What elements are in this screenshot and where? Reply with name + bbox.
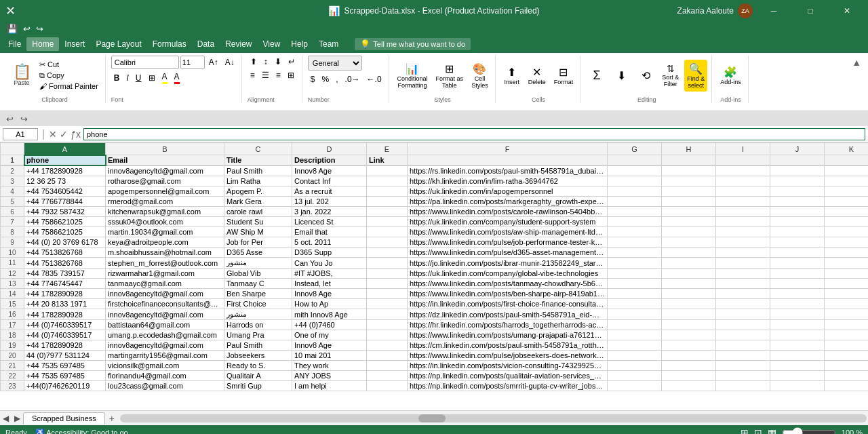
cell-d14[interactable]: Innov8 Age: [292, 289, 367, 299]
row-num-15[interactable]: 15: [1, 299, 24, 309]
row-num-12[interactable]: 12: [1, 269, 24, 279]
cell-k14[interactable]: [825, 289, 869, 299]
cell-a16[interactable]: +44 1782890928: [24, 309, 106, 320]
cell-d5[interactable]: 13 jul. 202: [292, 197, 367, 207]
cell-i6[interactable]: [716, 207, 770, 217]
user-profile[interactable]: Zakaria Aaloute ZA: [677, 3, 753, 18]
scroll-left-button[interactable]: ◀: [0, 414, 12, 423]
cell-d1[interactable]: Description: [292, 155, 367, 166]
decrease-decimal-button[interactable]: ←.0: [364, 73, 384, 85]
bold-button[interactable]: B: [111, 72, 123, 84]
cell-j23[interactable]: [770, 381, 825, 391]
cell-h14[interactable]: [662, 289, 716, 299]
cell-j22[interactable]: [770, 371, 825, 381]
cell-c15[interactable]: First Choice: [224, 299, 292, 309]
redo-toolbar-button[interactable]: ↪: [18, 114, 30, 124]
cell-j9[interactable]: [770, 237, 825, 248]
cell-g10[interactable]: [608, 248, 662, 258]
cell-g13[interactable]: [608, 279, 662, 289]
align-top-button[interactable]: ⬆: [248, 56, 260, 68]
cell-b14[interactable]: innov8agencyltd@gmail.com: [106, 289, 224, 299]
cell-h21[interactable]: [662, 361, 716, 371]
cell-b12[interactable]: rizwarmahar1@gmail.com: [106, 269, 224, 279]
cell-h22[interactable]: [662, 371, 716, 381]
cell-c17[interactable]: Harrods on: [224, 320, 292, 330]
cell-b9[interactable]: keya@adroitpeople.com: [106, 237, 224, 248]
cell-f4[interactable]: https://uk.linkedin.com/in/apogempersonn…: [408, 186, 608, 197]
cell-g3[interactable]: [608, 176, 662, 186]
format-cells-button[interactable]: ⊟ Format: [551, 64, 576, 87]
cell-i13[interactable]: [716, 279, 770, 289]
menu-help[interactable]: Help: [285, 37, 313, 51]
sum-button[interactable]: Σ: [586, 67, 608, 84]
zoom-slider[interactable]: [782, 427, 836, 434]
cell-c21[interactable]: Ready to S.: [224, 361, 292, 371]
cell-k5[interactable]: [825, 197, 869, 207]
cell-e10[interactable]: [367, 248, 408, 258]
insert-cells-button[interactable]: ⬆ Insert: [501, 64, 523, 87]
cell-c2[interactable]: Paul Smith: [224, 165, 292, 176]
cell-a18[interactable]: +44 (0)7460339517: [24, 330, 106, 340]
cell-i23[interactable]: [716, 381, 770, 391]
cell-b7[interactable]: sssuk04@outlook.com: [106, 217, 224, 227]
cell-e18[interactable]: [367, 330, 408, 340]
cell-c23[interactable]: Smriti Gup: [224, 381, 292, 391]
cell-b19[interactable]: innov8agencyltd@gmail.com: [106, 340, 224, 351]
cell-c4[interactable]: Apogem P.: [224, 186, 292, 197]
cell-g7[interactable]: [608, 217, 662, 227]
cell-g8[interactable]: [608, 227, 662, 237]
col-header-a[interactable]: A: [24, 143, 106, 155]
increase-decimal-button[interactable]: .0→: [342, 73, 363, 85]
cell-f8[interactable]: https://www.linkedin.com/posts/aw-ship-m…: [408, 227, 608, 237]
cell-c13[interactable]: Tanmaay C: [224, 279, 292, 289]
cell-k7[interactable]: [825, 217, 869, 227]
cell-a17[interactable]: +44 (0)7460339517: [24, 320, 106, 330]
cell-a22[interactable]: +44 7535 697485: [24, 371, 106, 381]
col-header-c[interactable]: C: [224, 143, 292, 155]
menu-home[interactable]: Home: [26, 37, 59, 51]
row-num-22[interactable]: 22: [1, 371, 24, 381]
cell-h3[interactable]: [662, 176, 716, 186]
cell-c20[interactable]: Jobseekers: [224, 351, 292, 361]
cut-button[interactable]: ✂ Cut: [37, 60, 101, 70]
cell-g9[interactable]: [608, 237, 662, 248]
cell-k15[interactable]: [825, 299, 869, 309]
cell-a9[interactable]: +44 (0) 20 3769 6178: [24, 237, 106, 248]
cell-i2[interactable]: [716, 165, 770, 176]
col-header-h[interactable]: H: [662, 143, 716, 155]
cell-c19[interactable]: Paul Smith: [224, 340, 292, 351]
cell-e1[interactable]: Link: [367, 155, 408, 166]
cell-d11[interactable]: Can You Jo: [292, 258, 367, 269]
paste-button[interactable]: 📋 Paste: [8, 63, 35, 87]
row-num-4[interactable]: 4: [1, 186, 24, 197]
cell-e20[interactable]: [367, 351, 408, 361]
row-num-14[interactable]: 14: [1, 289, 24, 299]
italic-button[interactable]: I: [123, 72, 131, 84]
page-break-view-icon[interactable]: ▦: [768, 427, 776, 434]
cell-j3[interactable]: [770, 176, 825, 186]
cell-b18[interactable]: umang.p.ecodedash@gmail.com: [106, 330, 224, 340]
cell-a11[interactable]: +44 7513826768: [24, 258, 106, 269]
confirm-formula-icon[interactable]: ✓: [60, 129, 68, 140]
cell-k20[interactable]: [825, 351, 869, 361]
cell-j18[interactable]: [770, 330, 825, 340]
cell-b16[interactable]: innov8agencyltd@gmail.com: [106, 309, 224, 320]
delete-cells-button[interactable]: ✕ Delete: [526, 64, 549, 87]
cell-d7[interactable]: Licenced St: [292, 217, 367, 227]
cell-i12[interactable]: [716, 269, 770, 279]
cell-c14[interactable]: Ben Sharpe: [224, 289, 292, 299]
cell-c7[interactable]: Student Su: [224, 217, 292, 227]
sort-filter-button[interactable]: ⇅ Sort &Filter: [659, 62, 682, 89]
cell-k21[interactable]: [825, 361, 869, 371]
align-right-button[interactable]: ≡: [273, 69, 283, 81]
cell-c3[interactable]: Lim Ratha: [224, 176, 292, 186]
cell-f10[interactable]: https://www.linkedin.com/pulse/d365-asse…: [408, 248, 608, 258]
cell-h16[interactable]: [662, 309, 716, 320]
cell-d16[interactable]: mith Innov8 Age: [292, 309, 367, 320]
cell-h9[interactable]: [662, 237, 716, 248]
cell-d3[interactable]: Contact Inf: [292, 176, 367, 186]
comma-button[interactable]: ,: [333, 73, 340, 85]
border-button[interactable]: ⊞: [146, 72, 158, 84]
font-color-button[interactable]: A: [172, 71, 182, 85]
cell-k2[interactable]: [825, 165, 869, 176]
